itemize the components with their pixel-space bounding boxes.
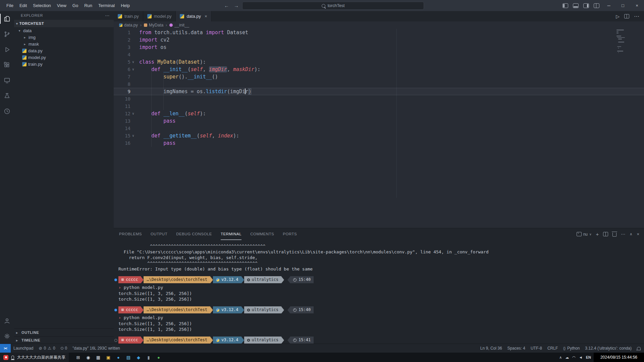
taskbar-vscode-icon[interactable]: ◆ xyxy=(134,353,143,362)
command-decoration-dot[interactable] xyxy=(114,309,117,311)
minimap[interactable] xyxy=(616,29,638,70)
network-icon[interactable]: ◠ xyxy=(572,355,576,360)
menu-file[interactable]: File xyxy=(3,0,16,11)
settings-icon[interactable] xyxy=(0,328,14,344)
code-line-2[interactable]: 2import cv2 xyxy=(114,36,644,44)
minimize-button[interactable]: ─ xyxy=(602,0,616,11)
kill-terminal-icon[interactable] xyxy=(612,233,616,237)
code-line-15[interactable]: 15∨ def __getitem__(self, index): xyxy=(114,132,644,139)
code-line-6[interactable]: 6∨ def __init__(self, imgDir, maskDir): xyxy=(114,66,644,73)
ports-icon[interactable] xyxy=(0,104,14,119)
explorer-icon[interactable] xyxy=(0,11,14,26)
panel-tab-debug-console[interactable]: DEBUG CONSOLE xyxy=(176,228,212,240)
close-panel-icon[interactable]: × xyxy=(637,232,639,237)
terminal-profile-picker[interactable]: nu ∨ xyxy=(577,232,592,237)
code-line-14[interactable]: 14 xyxy=(114,125,644,132)
menu-go[interactable]: Go xyxy=(69,0,81,11)
code-line-9[interactable]: 9 imgNames = os.listdir(imgDir) xyxy=(114,88,644,95)
breadcrumb-item-MyData[interactable]: MyData xyxy=(144,23,163,27)
toggle-panel-icon[interactable] xyxy=(573,3,579,8)
tree-item-train-py[interactable]: train.py xyxy=(14,61,114,67)
remote-indicator[interactable]: >< xyxy=(0,344,11,353)
maximize-button[interactable]: □ xyxy=(616,0,630,11)
command-pending-dot[interactable] xyxy=(114,339,117,342)
menu-terminal[interactable]: Terminal xyxy=(95,0,118,11)
customize-layout-icon[interactable] xyxy=(594,3,599,8)
code-line-4[interactable]: 4 xyxy=(114,51,644,58)
workspace-root-row[interactable]: ▾ TORCHTEST xyxy=(14,20,114,27)
extensions-icon[interactable] xyxy=(0,57,14,73)
launchpad-item[interactable]: Launchpad xyxy=(11,344,36,353)
taskbar-search-icon[interactable]: ◉ xyxy=(84,353,93,362)
code-line-11[interactable]: 11 xyxy=(114,103,644,110)
input-language-indicator[interactable]: EN xyxy=(586,355,591,359)
split-editor-icon[interactable] xyxy=(624,14,629,18)
editor-more-actions-icon[interactable]: ⋯ xyxy=(634,13,639,19)
taskbar-start-icon[interactable]: ⊞ xyxy=(73,353,83,362)
encoding[interactable]: UTF-8 xyxy=(528,344,545,353)
fold-chevron-icon[interactable]: ∨ xyxy=(130,132,136,139)
tree-item-data[interactable]: ▾data xyxy=(14,27,114,34)
code-line-13[interactable]: 13 pass xyxy=(114,117,644,125)
close-button[interactable]: × xyxy=(630,0,644,11)
taskbar-wechat-icon[interactable]: ● xyxy=(154,353,163,362)
terminal-content[interactable]: ^^^^^^^^^^^^^^^^^^^^^^^^^^^^^^^^^^^^^^^^… xyxy=(114,240,644,344)
code-line-8[interactable]: 8 xyxy=(114,80,644,88)
cursor-position[interactable]: Ln 9, Col 36 xyxy=(478,344,505,353)
run-debug-icon[interactable] xyxy=(0,42,14,57)
tree-item-img[interactable]: ▸img xyxy=(14,34,114,41)
split-terminal-icon[interactable] xyxy=(603,232,608,236)
code-line-5[interactable]: 5∨class MyData(Dataset): xyxy=(114,58,644,66)
forward-icon[interactable]: → xyxy=(234,3,239,8)
back-icon[interactable]: ← xyxy=(224,3,229,8)
notifications-item[interactable] xyxy=(634,344,644,353)
taskbar-terminal-icon[interactable]: ▮ xyxy=(144,353,153,362)
indentation[interactable]: Spaces: 4 xyxy=(505,344,528,353)
ports-item[interactable]: 0 xyxy=(58,344,70,353)
taskbar-task-view-icon[interactable]: ▦ xyxy=(94,353,103,362)
toggle-sidebar-icon[interactable] xyxy=(562,3,568,8)
tree-item-model-py[interactable]: model.py xyxy=(14,54,114,61)
volume-icon[interactable]: ◄ xyxy=(579,355,583,360)
python-interpreter[interactable]: 3.12.4 ('ultralytics': conda) xyxy=(582,344,634,353)
code-line-12[interactable]: 12∨ def __len__(self): xyxy=(114,110,644,117)
tray-expand-icon[interactable]: ∧ xyxy=(559,355,562,360)
menu-run[interactable]: Run xyxy=(81,0,95,11)
section-timeline[interactable]: ▸TIMELINE xyxy=(14,336,114,344)
fold-chevron-icon[interactable]: ∨ xyxy=(130,58,136,66)
tab-model-py[interactable]: model.py xyxy=(143,11,176,21)
tab-train-py[interactable]: train.py xyxy=(114,11,143,21)
taskbar-edge-browser-icon[interactable]: ● xyxy=(114,353,123,362)
code-line-10[interactable]: 10 xyxy=(114,95,644,103)
code-line-1[interactable]: 1from torch.utils.data import Dataset xyxy=(114,29,644,36)
panel-more-actions-icon[interactable]: ⋯ xyxy=(621,232,625,237)
code-line-16[interactable]: 16 pass xyxy=(114,139,644,147)
tree-item-mask[interactable]: ▸mask xyxy=(14,41,114,47)
menu-view[interactable]: View xyxy=(54,0,69,11)
code-line-3[interactable]: 3import os xyxy=(114,44,644,51)
command-center-search[interactable]: torchTest xyxy=(242,2,424,10)
account-icon[interactable] xyxy=(0,313,14,328)
language-mode[interactable]: {}Python xyxy=(560,344,582,353)
onedrive-icon[interactable]: ☁ xyxy=(565,355,569,360)
explorer-more-actions-icon[interactable]: ⋯ xyxy=(105,13,110,18)
menu-selection[interactable]: Selection xyxy=(30,0,54,11)
code-editor[interactable]: 1from torch.utils.data import Dataset2im… xyxy=(114,29,644,228)
tree-item-data-py[interactable]: data.py xyxy=(14,47,114,54)
panel-tab-comments[interactable]: COMMENTS xyxy=(250,228,274,240)
panel-tab-ports[interactable]: PORTS xyxy=(283,228,297,240)
menu-help[interactable]: Help xyxy=(118,0,133,11)
breadcrumb-item-data-py[interactable]: data.py xyxy=(119,23,138,27)
close-icon[interactable]: × xyxy=(205,14,207,19)
panel-tab-problems[interactable]: PROBLEMS xyxy=(119,228,142,240)
taskbar-file-explorer-icon[interactable]: ▣ xyxy=(104,353,113,362)
source-control-icon[interactable] xyxy=(0,26,14,42)
new-terminal-icon[interactable]: + xyxy=(596,231,599,237)
testing-icon[interactable] xyxy=(0,88,14,104)
eol-sequence[interactable]: CRLF xyxy=(545,344,560,353)
fold-chevron-icon[interactable]: ∨ xyxy=(130,110,136,117)
remote-explorer-icon[interactable] xyxy=(0,73,14,88)
breadcrumb-item-__init__[interactable]: __init__ xyxy=(169,23,189,27)
panel-tab-terminal[interactable]: TERMINAL xyxy=(221,228,241,240)
panel-tab-output[interactable]: OUTPUT xyxy=(151,228,167,240)
